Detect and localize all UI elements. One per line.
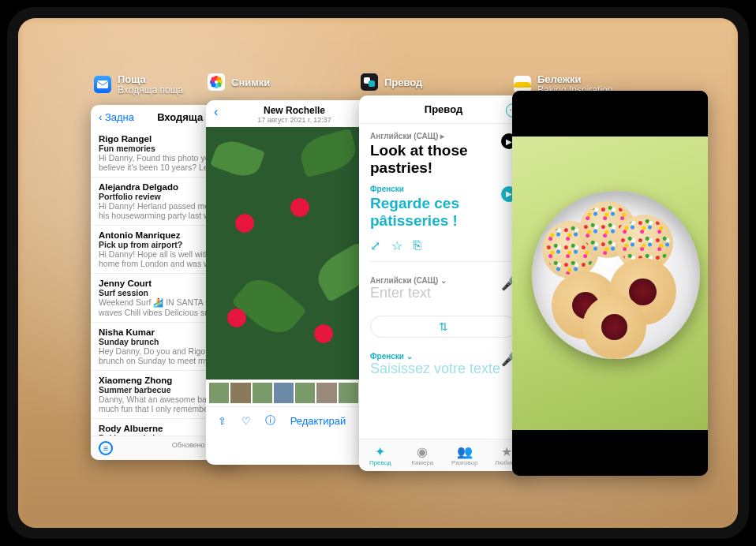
app-name-notes: Бележки xyxy=(537,73,581,85)
screen: Поща Входяща поща Снимки Превод Бележки … xyxy=(18,18,738,528)
target-text: Regarde ces pâtisseries ! xyxy=(370,195,517,230)
input-target-placeholder[interactable]: Saisissez votre texte xyxy=(370,361,517,377)
favorite-icon[interactable]: ♡ xyxy=(241,415,251,427)
app-name-translate: Превод xyxy=(384,77,422,88)
photos-app-icon xyxy=(208,73,225,91)
source-text: Look at those pastries! xyxy=(370,142,517,177)
app-name-photos: Снимки xyxy=(231,77,270,88)
card-notes[interactable] xyxy=(512,91,708,476)
tab-conversation[interactable]: 👥Разговор xyxy=(443,439,486,471)
photos-back-button[interactable]: ‹ xyxy=(214,105,218,119)
share-icon[interactable]: ⇧ xyxy=(218,415,226,427)
app-header-mail[interactable]: Поща Входяща поща xyxy=(94,73,183,95)
mail-back-label: Задна xyxy=(105,111,134,123)
svg-rect-10 xyxy=(369,80,375,87)
target-language[interactable]: Френски xyxy=(370,185,517,193)
svg-rect-0 xyxy=(97,80,108,88)
app-name-mail: Поща xyxy=(118,73,146,85)
edit-button[interactable]: Редактирай xyxy=(290,415,346,427)
star-icon[interactable]: ☆ xyxy=(391,238,402,253)
app-sub-mail: Входяща поща xyxy=(118,84,183,95)
input-target-language[interactable]: Френски ⌄ xyxy=(370,352,517,361)
translate-title: Превод xyxy=(425,103,462,115)
expand-icon[interactable]: ⤢ xyxy=(370,238,380,253)
svg-point-8 xyxy=(211,77,216,82)
plate xyxy=(532,191,700,359)
card-photos[interactable]: ‹ New Rochelle 17 август 2021 г. 12:37 ⇧… xyxy=(206,100,383,465)
translate-tabbar: ✦Превод ◉Камера 👥Разговор ★Любими xyxy=(359,439,528,471)
note-image[interactable] xyxy=(512,91,708,476)
photo-thumbnails[interactable] xyxy=(206,380,383,406)
card-translate[interactable]: Превод ⋯ ▶ Английски (САЩ) ▸ Look at tho… xyxy=(359,95,528,471)
tab-translate[interactable]: ✦Превод xyxy=(359,439,402,471)
photos-location: New Rochelle xyxy=(206,105,383,116)
mail-back-button[interactable]: ‹ Задна xyxy=(99,111,134,123)
photo-viewer[interactable] xyxy=(206,127,383,380)
swap-languages-button[interactable]: ⇅ xyxy=(370,316,517,338)
input-source-language[interactable]: Английски (САЩ) ⌄ xyxy=(370,276,517,285)
app-header-photos[interactable]: Снимки xyxy=(208,73,270,91)
app-header-translate[interactable]: Превод xyxy=(361,73,422,91)
photos-timestamp: 17 август 2021 г. 12:37 xyxy=(206,116,383,124)
input-source-placeholder[interactable]: Enter text xyxy=(370,285,517,301)
filter-icon[interactable]: ≡ xyxy=(99,441,113,455)
copy-icon[interactable]: ⎘ xyxy=(414,238,421,253)
tab-camera[interactable]: ◉Камера xyxy=(402,439,444,471)
mail-app-icon xyxy=(94,76,111,93)
info-icon[interactable]: ⓘ xyxy=(265,413,275,428)
ipad-frame: Поща Входяща поща Снимки Превод Бележки … xyxy=(7,7,749,539)
source-language[interactable]: Английски (САЩ) ▸ xyxy=(370,132,517,140)
translate-app-icon xyxy=(361,73,378,91)
